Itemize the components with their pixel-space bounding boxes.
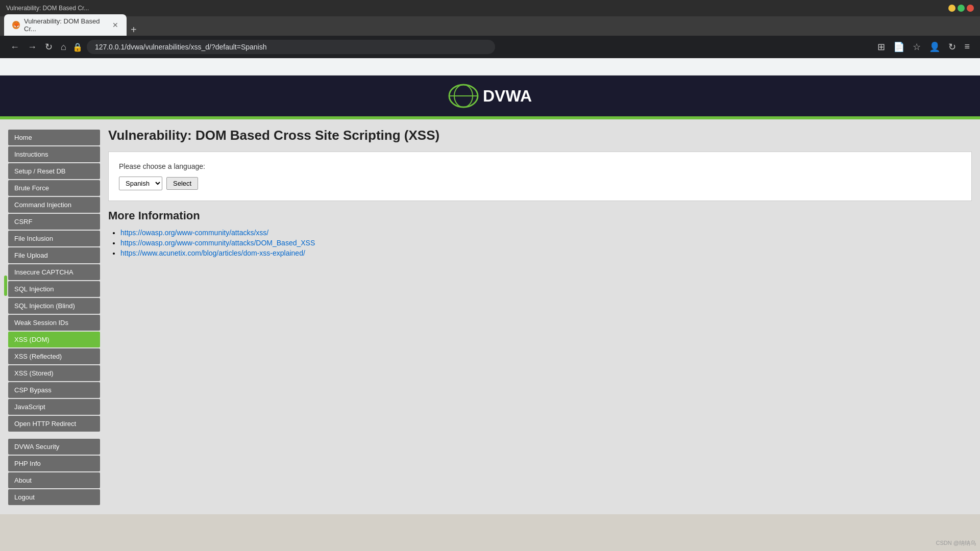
new-tab-button[interactable]: + (127, 24, 141, 36)
language-box: Please choose a language: EnglishFrenchS… (108, 152, 972, 201)
toolbar-icons: ⊞ 📄 ☆ 👤 ↻ ≡ (875, 39, 972, 55)
sidebar-item-open-http-redirect[interactable]: Open HTTP Redirect (8, 416, 100, 432)
sidebar-item-xss-dom[interactable]: XSS (DOM) (8, 332, 100, 347)
more-info-link[interactable]: https://owasp.org/www-community/attacks/… (120, 239, 315, 247)
sidebar: HomeInstructionsSetup / Reset DBBrute Fo… (8, 128, 100, 506)
profile-icon[interactable]: 👤 (927, 39, 942, 55)
content-area: HomeInstructionsSetup / Reset DBBrute Fo… (0, 119, 980, 514)
sidebar-item-php-info[interactable]: PHP Info (8, 456, 100, 471)
tab-favicon: 🦊 (12, 21, 20, 29)
sidebar-item-about[interactable]: About (8, 472, 100, 488)
back-button[interactable]: ← (8, 40, 21, 55)
sidebar-item-home[interactable]: Home (8, 130, 100, 145)
window-title-text: Vulnerability: DOM Based Cr... (6, 5, 89, 12)
minimize-button[interactable]: — (948, 5, 955, 12)
more-info-link[interactable]: https://www.acunetix.com/blog/articles/d… (120, 249, 305, 257)
window-controls: — □ ✕ (948, 5, 974, 12)
tab-bar: 🦊 Vulnerability: DOM Based Cr... ✕ + (0, 16, 980, 36)
sidebar-item-xss-reflected[interactable]: XSS (Reflected) (8, 348, 100, 364)
sidebar-item-logout[interactable]: Logout (8, 489, 100, 505)
refresh-icon[interactable]: ↻ (946, 39, 958, 55)
language-label: Please choose a language: (119, 162, 961, 170)
sidebar-item-instructions[interactable]: Instructions (8, 146, 100, 162)
tab-close-button[interactable]: ✕ (112, 21, 118, 29)
main-content: Vulnerability: DOM Based Cross Site Scri… (108, 128, 972, 506)
sidebar-item-csp-bypass[interactable]: CSP Bypass (8, 382, 100, 398)
watermark: CSDN @纳纳乌 (936, 539, 976, 547)
bookmark-icon[interactable]: ☆ (911, 39, 923, 55)
sidebar-item-xss-stored[interactable]: XSS (Stored) (8, 365, 100, 381)
address-bar: ← → ↻ ⌂ 🔒 ⊞ 📄 ☆ 👤 ↻ ≡ (0, 36, 980, 58)
sidebar-item-javascript[interactable]: JavaScript (8, 399, 100, 415)
sidebar-item-file-inclusion[interactable]: File Inclusion (8, 231, 100, 246)
sidebar-item-sql-injection-blind[interactable]: SQL Injection (Blind) (8, 298, 100, 314)
more-info-list: https://owasp.org/www-community/attacks/… (108, 229, 972, 257)
extensions-icon[interactable]: ⊞ (875, 39, 887, 55)
sidebar-item-sql-injection[interactable]: SQL Injection (8, 281, 100, 297)
window-title-bar: Vulnerability: DOM Based Cr... — □ ✕ (0, 0, 980, 16)
home-button[interactable]: ⌂ (59, 40, 68, 55)
sidebar-item-insecure-captcha[interactable]: Insecure CAPTCHA (8, 264, 100, 280)
more-info-title: More Information (108, 209, 972, 222)
close-button[interactable]: ✕ (967, 5, 974, 12)
sidebar-item-weak-session-ids[interactable]: Weak Session IDs (8, 315, 100, 331)
dvwa-logo-svg (448, 83, 479, 109)
scroll-indicator (4, 276, 7, 296)
list-item: https://owasp.org/www-community/attacks/… (120, 229, 972, 237)
maximize-button[interactable]: □ (958, 5, 965, 12)
dvwa-logo-text: DVWA (483, 87, 532, 106)
page-title: Vulnerability: DOM Based Cross Site Scri… (108, 128, 972, 143)
more-icon[interactable]: ≡ (962, 39, 972, 55)
more-info-section: More Information https://owasp.org/www-c… (108, 209, 972, 257)
reload-button[interactable]: ↻ (43, 39, 55, 55)
sidebar-divider (8, 433, 100, 439)
downloads-icon[interactable]: 📄 (891, 39, 906, 55)
bookmarks-bar (0, 58, 980, 76)
list-item: https://www.acunetix.com/blog/articles/d… (120, 249, 972, 257)
sidebar-item-brute-force[interactable]: Brute Force (8, 180, 100, 196)
forward-button[interactable]: → (26, 40, 39, 55)
sidebar-item-command-injection[interactable]: Command Injection (8, 197, 100, 213)
sidebar-item-dvwa-security[interactable]: DVWA Security (8, 439, 100, 455)
sidebar-item-setup-/-reset-db[interactable]: Setup / Reset DB (8, 163, 100, 179)
sidebar-item-file-upload[interactable]: File Upload (8, 247, 100, 263)
active-tab[interactable]: 🦊 Vulnerability: DOM Based Cr... ✕ (4, 14, 127, 36)
more-info-link[interactable]: https://owasp.org/www-community/attacks/… (120, 229, 268, 237)
select-button[interactable]: Select (166, 177, 198, 190)
security-icon: 🔒 (72, 42, 83, 52)
url-input[interactable] (87, 40, 495, 54)
list-item: https://owasp.org/www-community/attacks/… (120, 239, 972, 247)
dvwa-logo: DVWA (448, 83, 532, 109)
language-controls: EnglishFrenchSpanishGerman Select (119, 177, 961, 190)
sidebar-item-csrf[interactable]: CSRF (8, 214, 100, 230)
language-select[interactable]: EnglishFrenchSpanishGerman (119, 177, 162, 190)
tab-title: Vulnerability: DOM Based Cr... (24, 17, 108, 33)
dvwa-header: DVWA (0, 76, 980, 116)
